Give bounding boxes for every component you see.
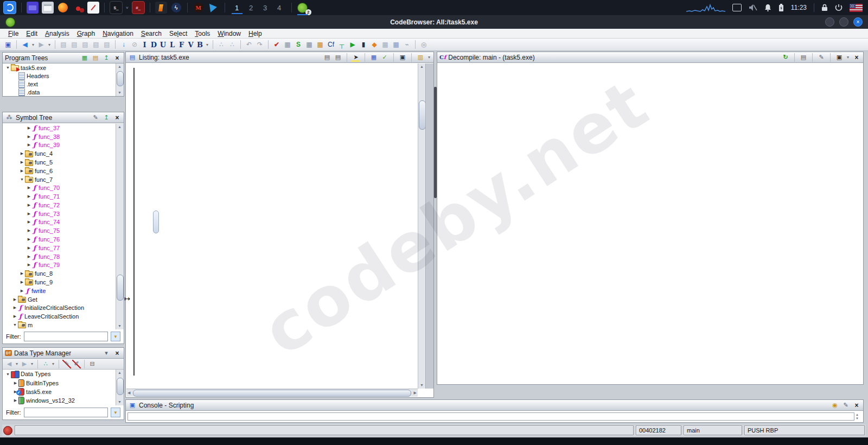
console-scrollbar[interactable]: ▲▼ [856, 413, 861, 420]
toolbar-letter-u[interactable]: U [159, 41, 167, 49]
symbol-tree-item[interactable]: ▶ƒfunc_78 [3, 252, 116, 261]
console-close-icon[interactable]: × [852, 401, 861, 410]
symbol-tree-item[interactable]: ▶ƒfunc_77 [3, 244, 116, 252]
edit-bytes-icon[interactable]: ▤ [80, 40, 90, 49]
sweep-icon[interactable]: ⌁ [402, 40, 412, 49]
menu-window[interactable]: Window [214, 30, 245, 37]
memory-view-icon[interactable]: ▦ [380, 40, 390, 49]
menu-file[interactable]: File [4, 30, 22, 37]
diff-view-icon[interactable]: ✓ [380, 53, 389, 62]
script-manager-icon[interactable]: S [293, 40, 303, 49]
history-icon[interactable]: ▤ [102, 40, 112, 49]
splitter-drag-line[interactable] [133, 68, 135, 376]
listing-hscrollbar[interactable]: ◀ ▶ [126, 389, 418, 397]
menu-edit[interactable]: Edit [22, 30, 41, 37]
terminal-dropdown-icon[interactable]: $_ [110, 1, 123, 14]
footprint-in-icon[interactable]: ∴ [216, 40, 226, 49]
dtm-scrollbar[interactable]: ▲▼ [116, 370, 124, 405]
dtm-filter-options-icon[interactable]: ▼ [111, 408, 120, 417]
maximize-button[interactable] [839, 17, 848, 27]
program-trees-header[interactable]: Program Trees ▦ ▤ ↥ × [3, 53, 124, 63]
listing-copy-icon[interactable]: ▤ [323, 53, 331, 62]
decompile-snapshot-icon[interactable]: ▣ [835, 53, 844, 62]
export-symbols-icon[interactable]: ↥ [102, 113, 111, 122]
battery-icon[interactable] [778, 4, 784, 12]
menu-graph[interactable]: Graph [73, 30, 99, 37]
clear-code-icon[interactable]: ⊘ [130, 40, 139, 49]
terminal-dd-caret-icon[interactable]: ˅ [126, 5, 129, 10]
listing-vscrollbar[interactable]: ▲▼ [418, 63, 426, 389]
symbol-tree-item[interactable]: ▶func_6 [3, 167, 116, 175]
field-editor-icon[interactable]: ▦ [369, 53, 378, 62]
symbol-tree-header[interactable]: ⁂ Symbol Tree ✎ ↥ × [3, 112, 124, 123]
dtm-header[interactable]: DT Data Type Manager ▾ × [3, 348, 124, 359]
toolbar-letter-f[interactable]: F [177, 41, 186, 49]
dtm-close-icon[interactable]: × [113, 349, 122, 358]
clipboard-icon[interactable] [732, 4, 742, 11]
menu-select[interactable]: Select [165, 30, 191, 37]
symbol-tree-item[interactable]: ▶ƒLeaveCriticalSection [3, 312, 116, 321]
margin-book-icon[interactable]: ▥ [416, 53, 425, 62]
window-titlebar[interactable]: CodeBrowser: All:/task5.exe × [0, 15, 868, 29]
lock-icon[interactable] [821, 4, 828, 11]
symbol-tree-item[interactable]: ▶ƒfunc_39 [3, 141, 116, 150]
symbol-tree-item[interactable]: ▶ƒfunc_37 [3, 124, 116, 132]
program-tree-item[interactable]: .text [3, 80, 116, 88]
copy-bytes-icon[interactable]: ▤ [59, 40, 68, 49]
symbol-tree-item[interactable]: ▶ƒfunc_76 [3, 235, 116, 244]
symbol-tree-item[interactable]: ▶func_8 [3, 269, 116, 278]
close-button[interactable]: × [853, 17, 863, 27]
data-type-table-icon[interactable]: ▦ [304, 40, 314, 49]
go-down-icon[interactable]: ↓ [119, 40, 129, 49]
snapshot-icon[interactable]: ▣ [398, 53, 407, 62]
text-editor-icon[interactable] [87, 2, 99, 14]
program-trees-close-icon[interactable]: × [113, 54, 122, 62]
dtm-item[interactable]: ▼Data Types [3, 370, 116, 378]
symbol-tree-item[interactable]: ▶func_4 [3, 149, 116, 158]
workspace-4[interactable]: 4 [272, 1, 286, 14]
insert-bytes-icon[interactable]: ▤ [91, 40, 101, 49]
register-window-icon[interactable]: ▦ [391, 40, 401, 49]
listing-paste-icon[interactable]: ▤ [334, 53, 342, 62]
metasploit-icon[interactable]: M [193, 2, 205, 14]
dtm-filter-arrays-icon[interactable]: ✎ [62, 360, 71, 368]
minimize-button[interactable] [825, 17, 834, 27]
symbol-filter-input[interactable] [24, 332, 108, 341]
audio-muted-icon[interactable] [749, 4, 757, 11]
listing-dd-icon[interactable]: ▾ [427, 55, 431, 60]
workspace-3[interactable]: 3 [258, 1, 272, 14]
decompile-view[interactable] [438, 63, 863, 384]
notifications-icon[interactable] [764, 4, 771, 11]
edit-symbol-icon[interactable]: ✎ [91, 113, 100, 122]
redo-icon[interactable]: ↷ [255, 40, 265, 49]
symbol-tree-item[interactable]: ▶ƒfunc_72 [3, 201, 116, 209]
back-dd-icon[interactable]: ▾ [31, 42, 35, 47]
decompile-copy-icon[interactable]: ▤ [799, 53, 808, 62]
listing-view[interactable] [126, 63, 418, 389]
console-edit-icon[interactable]: ✎ [841, 401, 850, 410]
console-header[interactable]: ▣ Console - Scripting ◉ ✎ × [126, 400, 863, 411]
console-output[interactable] [127, 412, 854, 421]
symbol-tree-item[interactable]: ▶Get [3, 295, 116, 304]
listing-gutter-thumb[interactable] [153, 211, 159, 233]
menu-analysis[interactable]: Analysis [41, 30, 73, 37]
dtm-back-icon[interactable]: ◀ [5, 360, 14, 368]
dtm-filter-pointers-icon[interactable]: ✐ [72, 360, 81, 368]
symbol-tree-item[interactable]: ▶func_9 [3, 278, 116, 287]
dtm-collapse-all-icon[interactable]: ⊟ [88, 360, 97, 368]
menu-tools[interactable]: Tools [191, 30, 214, 37]
bookmark-icon[interactable]: ◆ [369, 40, 379, 49]
decompile-close-icon[interactable]: × [852, 53, 861, 62]
function-id-icon[interactable]: ◎ [419, 40, 429, 49]
symbol-tree-item[interactable]: ▶ƒfunc_73 [3, 209, 116, 218]
equate-cf-icon[interactable]: Cf [326, 40, 336, 49]
symbol-tree-item[interactable]: ▶func_5 [3, 158, 116, 167]
undo-icon[interactable]: ↶ [244, 40, 254, 49]
refresh-icon[interactable]: ↻ [781, 53, 790, 62]
toolbar-letter-l[interactable]: L [168, 41, 176, 49]
cherrytree-icon[interactable] [72, 2, 84, 14]
dtm-item[interactable]: ▶windows_vs12_32 [3, 396, 116, 405]
symbol-tree-item[interactable]: ▶ƒfunc_38 [3, 132, 116, 141]
export-tree-icon[interactable]: ↥ [102, 54, 111, 62]
symbol-tree-item[interactable]: ▼m [3, 321, 116, 329]
